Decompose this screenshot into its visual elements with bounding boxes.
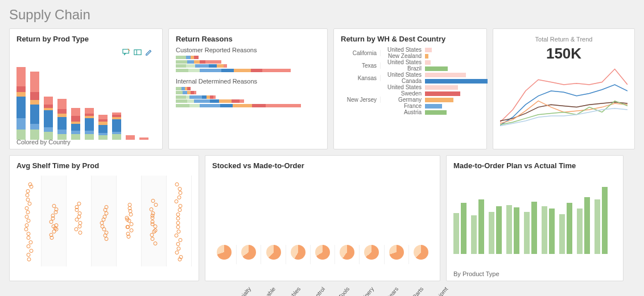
h-bar	[176, 95, 320, 99]
scatter-column	[16, 176, 42, 266]
card-toolbar	[122, 48, 153, 56]
country-label: United States	[381, 59, 425, 65]
wh-label: Kansas	[341, 75, 381, 81]
pie	[266, 245, 281, 260]
h-bar	[176, 87, 320, 90]
h-bar	[176, 60, 320, 64]
pie-column: Consumable	[237, 245, 261, 264]
pie-column: Test Equipmt	[409, 245, 433, 264]
h-bar	[425, 54, 428, 59]
card-title: Return by Prod Type	[16, 35, 155, 43]
pie	[364, 245, 379, 260]
card-return-by-prod-type[interactable]: Return by Prod Type Colored by Country	[9, 28, 163, 149]
bar	[16, 67, 26, 140]
bar-group	[559, 203, 572, 254]
bar-group	[506, 205, 519, 254]
bar	[71, 108, 80, 140]
scatter-column	[92, 176, 117, 266]
card-total-return-trend[interactable]: Total Return & Trend 150K	[493, 28, 635, 149]
card-stocked-vs-mto[interactable]: Stocked vs Made-to-Order Alloy Specialty…	[205, 155, 440, 281]
bar	[98, 115, 108, 140]
pie-column: Electronic Control	[286, 245, 311, 264]
card-title: Made-to-Order Plan vs Actual Time	[453, 161, 616, 170]
h-bar	[176, 91, 320, 94]
subheader-customer: Customer Reported Reasons	[176, 47, 320, 53]
card-title: Avg Shelf Time by Prod	[16, 161, 192, 170]
pie-column: Alloy Specialty	[212, 245, 237, 264]
pie-multiples-chart: Alloy SpecialtyConsumableConsumablesElec…	[212, 173, 433, 264]
bar	[126, 135, 135, 140]
h-bar	[425, 104, 442, 109]
subheader-internal: Internal Determined Reasons	[176, 78, 320, 85]
pie-column: Consumables	[261, 245, 286, 264]
strip-scatter-chart	[16, 176, 192, 266]
bar	[85, 108, 94, 140]
pie	[389, 245, 404, 260]
h-bar	[425, 110, 447, 115]
wh-label: Texas	[341, 62, 381, 69]
pie-column: Protection Gears	[360, 245, 384, 264]
kpi-title: Total Return & Trend	[500, 36, 628, 43]
bar	[57, 99, 67, 140]
card-caption: Colored by Country	[16, 139, 71, 145]
card-return-by-wh-dest[interactable]: Return by WH & Dest Country CaliforniaUn…	[333, 28, 487, 149]
comment-icon[interactable]	[122, 48, 130, 56]
country-label: Germany	[381, 97, 425, 103]
scatter-column	[142, 176, 167, 266]
scatter-column	[167, 176, 192, 266]
grouped-bar-chart	[453, 180, 616, 254]
page-title: Supply Chain	[9, 7, 635, 23]
pie-column: Industrl Tools	[311, 245, 335, 264]
h-bar	[176, 64, 320, 68]
bar	[139, 137, 148, 140]
country-label: Sweden	[381, 90, 425, 97]
h-bar	[425, 98, 453, 102]
layout-icon[interactable]	[134, 48, 142, 56]
bar	[30, 72, 39, 140]
scatter-column	[117, 176, 142, 266]
pie	[241, 245, 256, 260]
h-bar	[176, 104, 320, 107]
country-label: Austria	[381, 109, 425, 115]
h-bar	[176, 69, 320, 72]
pie	[414, 245, 428, 260]
h-bar	[425, 73, 466, 77]
h-bar	[425, 79, 488, 84]
h-bar	[425, 66, 448, 71]
line-chart	[500, 66, 628, 128]
wh-label: California	[341, 50, 381, 56]
country-label: New Zealand	[381, 53, 425, 59]
card-avg-shelf-time[interactable]: Avg Shelf Time by Prod	[9, 155, 199, 281]
kpi-value: 150K	[500, 45, 628, 62]
card-return-reasons[interactable]: Return Reasons Customer Reported Reasons…	[168, 28, 328, 149]
bar-group	[489, 206, 502, 254]
pie	[217, 245, 232, 260]
wh-label: New Jersey	[341, 97, 381, 103]
h-bar	[176, 99, 320, 103]
h-bar	[425, 85, 458, 90]
dashboard-row-2: Avg Shelf Time by Prod Stocked vs Made-t…	[9, 155, 635, 281]
country-label: United States	[381, 47, 425, 53]
h-bar	[425, 48, 432, 52]
scatter-column	[67, 176, 92, 266]
country-label: Canada	[381, 78, 425, 84]
dashboard-row-1: Return by Prod Type Colored by Country R…	[9, 28, 635, 149]
country-label: Brazil	[381, 65, 425, 72]
pie-column: Standard Parts	[385, 245, 409, 264]
pie-column: Machinery	[335, 245, 360, 264]
svg-rect-1	[134, 50, 141, 55]
wh-dest-chart: CaliforniaUnited StatesNew ZealandTexasU…	[341, 47, 480, 115]
h-bar	[425, 91, 460, 96]
card-title: Stocked vs Made-to-Order	[212, 161, 433, 170]
pie	[291, 245, 306, 260]
h-bar	[176, 56, 320, 59]
scatter-column	[42, 176, 67, 266]
card-mto-plan-vs-actual[interactable]: Made-to-Order Plan vs Actual Time By Pro…	[446, 155, 624, 281]
pie-label: Alloy Specialty	[214, 286, 252, 296]
h-bar	[425, 60, 431, 65]
pie	[340, 245, 354, 260]
stacked-bar-chart	[16, 66, 155, 140]
bar	[44, 97, 53, 140]
bar-group	[453, 203, 467, 254]
edit-icon[interactable]	[145, 48, 153, 56]
